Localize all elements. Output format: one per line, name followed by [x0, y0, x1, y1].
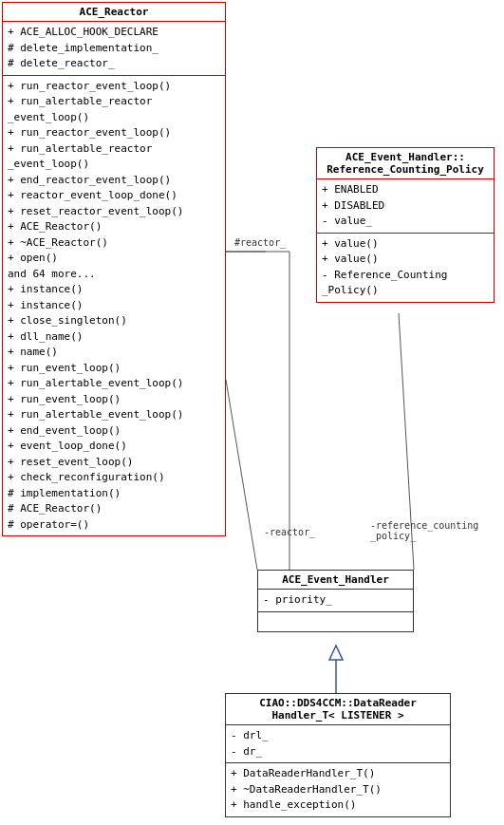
ace-event-handler-policy-box: ACE_Event_Handler::Reference_Counting_Po…	[316, 147, 495, 303]
reactor-label: #reactor_	[234, 237, 286, 248]
data-reader-handler-box: CIAO::DDS4CCM::DataReaderHandler_T< LIST…	[225, 693, 451, 817]
ace-event-handler-policy-section1: + ENABLED + DISABLED - value_	[317, 179, 494, 234]
data-reader-handler-title: CIAO::DDS4CCM::DataReaderHandler_T< LIST…	[226, 694, 450, 725]
ace-event-handler-policy-title: ACE_Event_Handler::Reference_Counting_Po…	[317, 148, 494, 179]
ace-reactor-title: ACE_Reactor	[3, 3, 225, 22]
svg-marker-5	[329, 646, 343, 660]
ace-event-handler-section1: - priority_	[258, 590, 413, 612]
svg-line-2	[226, 380, 257, 570]
diagram-container: #reactor_ -reactor_ -reference_counting_…	[0, 0, 504, 825]
ace-reactor-section2: + run_reactor_event_loop() + run_alertab…	[3, 76, 225, 536]
ace-event-handler-title: ACE_Event_Handler	[258, 571, 413, 590]
data-reader-handler-section2: + DataReaderHandler_T() + ~DataReaderHan…	[226, 763, 450, 816]
reactor-arrow-label: -reactor_	[264, 527, 315, 537]
ace-event-handler-section2	[258, 612, 413, 631]
ace-reactor-box: ACE_Reactor + ACE_ALLOC_HOOK_DECLARE # d…	[2, 2, 226, 536]
ace-reactor-section1: + ACE_ALLOC_HOOK_DECLARE # delete_implem…	[3, 22, 225, 76]
ace-event-handler-policy-section2: + value() + value() - Reference_Counting…	[317, 234, 494, 302]
ref-counting-label: -reference_counting_policy_	[370, 520, 478, 541]
data-reader-handler-section1: - drl_ - dr_	[226, 725, 450, 763]
ace-event-handler-box: ACE_Event_Handler - priority_	[257, 570, 414, 632]
